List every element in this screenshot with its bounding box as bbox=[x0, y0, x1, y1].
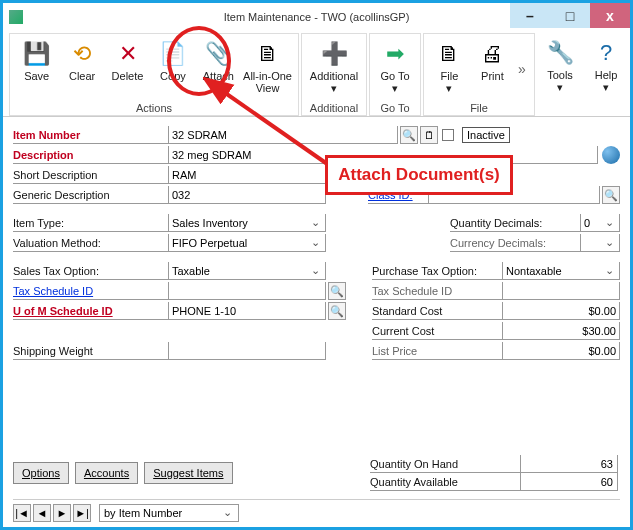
help-icon: ? bbox=[592, 39, 620, 67]
nav-next[interactable]: ► bbox=[53, 504, 71, 522]
file-icon: 🗎 bbox=[435, 40, 463, 68]
label-tax-schedule-id-r: Tax Schedule ID bbox=[372, 282, 502, 300]
group-label: Go To bbox=[370, 102, 420, 114]
tax-schedule-id-field[interactable] bbox=[168, 282, 326, 300]
shipping-weight-field[interactable] bbox=[168, 342, 326, 360]
group-label: Actions bbox=[10, 102, 298, 114]
group-label: Additional bbox=[302, 102, 366, 114]
label-list-price: List Price bbox=[372, 342, 502, 360]
file-button[interactable]: 🗎 File▾ bbox=[428, 36, 471, 101]
label-shipping-weight: Shipping Weight bbox=[13, 342, 168, 360]
nav-sort-select[interactable]: by Item Number⌄ bbox=[99, 504, 239, 522]
quantity-decimals-select[interactable]: 0⌄ bbox=[580, 214, 620, 232]
form-body: Item Number 32 SDRAM 🔍 🗒 Inactive Descri… bbox=[3, 117, 630, 369]
chevron-down-icon: ⌄ bbox=[602, 264, 616, 277]
label-uofm-schedule-id[interactable]: U of M Schedule ID bbox=[13, 302, 168, 320]
attach-button[interactable]: 📎 Attach bbox=[196, 36, 241, 101]
inactive-checkbox[interactable] bbox=[442, 129, 454, 141]
tax-schedule-id-r-field[interactable] bbox=[502, 282, 620, 300]
chevron-down-icon: ⌄ bbox=[308, 264, 322, 277]
delete-icon: ✕ bbox=[114, 40, 142, 68]
annotation-callout: Attach Document(s) bbox=[325, 155, 513, 195]
label-qty-on-hand: Quantity On Hand bbox=[370, 455, 520, 473]
print-icon: 🖨 bbox=[478, 40, 506, 68]
item-number-field[interactable]: 32 SDRAM bbox=[168, 126, 398, 144]
label-current-cost: Current Cost bbox=[372, 322, 502, 340]
ribbon: 💾 Save ⟲ Clear ✕ Delete 📄 Copy 📎 Attach … bbox=[3, 31, 630, 117]
label-item-type: Item Type: bbox=[13, 214, 168, 232]
label-standard-cost: Standard Cost bbox=[372, 302, 502, 320]
delete-button[interactable]: ✕ Delete bbox=[105, 36, 150, 101]
label-generic-description: Generic Description bbox=[13, 186, 168, 204]
plus-icon: ➕ bbox=[320, 40, 348, 68]
label-sales-tax-option: Sales Tax Option: bbox=[13, 262, 168, 280]
nav-first[interactable]: |◄ bbox=[13, 504, 31, 522]
lookup-icon[interactable]: 🔍 bbox=[602, 186, 620, 204]
qty-on-hand-value: 63 bbox=[520, 455, 618, 473]
suggest-items-button[interactable]: Suggest Items bbox=[144, 462, 232, 484]
copy-icon: 📄 bbox=[159, 40, 187, 68]
chevron-down-icon: ⌄ bbox=[220, 506, 234, 519]
group-label: File bbox=[424, 102, 534, 114]
ribbon-overflow[interactable]: » bbox=[514, 36, 530, 101]
lookup-icon[interactable]: 🔍 bbox=[400, 126, 418, 144]
options-button[interactable]: Options bbox=[13, 462, 69, 484]
paperclip-icon: 📎 bbox=[204, 40, 232, 68]
save-icon: 💾 bbox=[23, 40, 51, 68]
lookup-icon[interactable]: 🔍 bbox=[328, 282, 346, 300]
item-type-select[interactable]: Sales Inventory⌄ bbox=[168, 214, 326, 232]
label-tax-schedule-id[interactable]: Tax Schedule ID bbox=[13, 282, 168, 300]
help-button[interactable]: ? Help▾ bbox=[589, 35, 623, 102]
current-cost-field[interactable]: $30.00 bbox=[502, 322, 620, 340]
tools-button[interactable]: 🔧 Tools▾ bbox=[541, 35, 579, 102]
short-description-field[interactable]: RAM bbox=[168, 166, 326, 184]
currency-decimals-select[interactable]: ⌄ bbox=[580, 234, 620, 252]
window-frame: Item Maintenance - TWO (acollinsGP) – □ … bbox=[0, 0, 633, 530]
all-in-one-button[interactable]: 🗎 All-in-One View bbox=[241, 36, 294, 101]
list-price-field[interactable]: $0.00 bbox=[502, 342, 620, 360]
copy-button[interactable]: 📄 Copy bbox=[150, 36, 195, 101]
purchase-tax-option-select[interactable]: Nontaxable⌄ bbox=[502, 262, 620, 280]
standard-cost-field[interactable]: $0.00 bbox=[502, 302, 620, 320]
undo-icon: ⟲ bbox=[68, 40, 96, 68]
label-purchase-tax-option: Purchase Tax Option: bbox=[372, 262, 502, 280]
titlebar: Item Maintenance - TWO (acollinsGP) – □ … bbox=[3, 3, 630, 31]
nav-prev[interactable]: ◄ bbox=[33, 504, 51, 522]
label-qty-available: Quantity Available bbox=[370, 473, 520, 491]
record-navigator: |◄ ◄ ► ►| by Item Number⌄ bbox=[13, 499, 620, 521]
label-valuation-method: Valuation Method: bbox=[13, 234, 168, 252]
clear-button[interactable]: ⟲ Clear bbox=[59, 36, 104, 101]
save-button[interactable]: 💾 Save bbox=[14, 36, 59, 101]
nav-last[interactable]: ►| bbox=[73, 504, 91, 522]
note-icon[interactable]: 🗒 bbox=[420, 126, 438, 144]
label-description: Description bbox=[13, 146, 168, 164]
goto-button[interactable]: ➡ Go To▾ bbox=[374, 36, 416, 101]
goto-icon: ➡ bbox=[381, 40, 409, 68]
lookup-icon[interactable]: 🔍 bbox=[328, 302, 346, 320]
sales-tax-option-select[interactable]: Taxable⌄ bbox=[168, 262, 326, 280]
label-short-description: Short Description bbox=[13, 166, 168, 184]
additional-button[interactable]: ➕ Additional▾ bbox=[306, 36, 362, 101]
print-button[interactable]: 🖨 Print bbox=[471, 36, 514, 101]
chevron-down-icon: ⌄ bbox=[308, 216, 322, 229]
generic-description-field[interactable]: 032 bbox=[168, 186, 326, 204]
qty-available-value: 60 bbox=[520, 473, 618, 491]
chevron-down-icon: ⌄ bbox=[602, 216, 616, 229]
bottom-bar: Options Accounts Suggest Items Quantity … bbox=[13, 455, 620, 491]
tools-icon: 🔧 bbox=[546, 39, 574, 67]
label-currency-decimals: Currency Decimals: bbox=[450, 234, 580, 252]
accounts-button[interactable]: Accounts bbox=[75, 462, 138, 484]
label-quantity-decimals: Quantity Decimals: bbox=[450, 214, 580, 232]
inactive-label: Inactive bbox=[462, 127, 510, 143]
label-item-number: Item Number bbox=[13, 126, 168, 144]
window-title: Item Maintenance - TWO (acollinsGP) bbox=[3, 11, 630, 23]
globe-icon[interactable] bbox=[602, 146, 620, 164]
valuation-method-select[interactable]: FIFO Perpetual⌄ bbox=[168, 234, 326, 252]
document-icon: 🗎 bbox=[254, 40, 282, 68]
chevron-down-icon: ⌄ bbox=[308, 236, 322, 249]
uofm-schedule-id-field[interactable]: PHONE 1-10 bbox=[168, 302, 326, 320]
chevron-down-icon: ⌄ bbox=[602, 236, 616, 249]
